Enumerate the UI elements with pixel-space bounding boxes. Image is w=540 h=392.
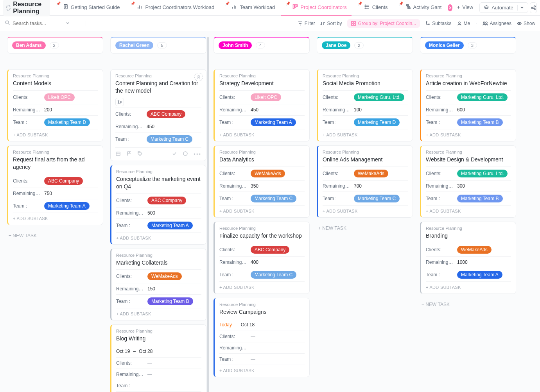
task-card[interactable]: Resource Planning Online Ads Management …: [317, 145, 413, 218]
add-subtask-button[interactable]: + ADD SUBTASK: [116, 232, 201, 243]
tag[interactable]: LikeIt OPC: [44, 93, 75, 101]
tag[interactable]: Marketing Team A: [147, 222, 193, 229]
tag[interactable]: WeMakeAds: [147, 272, 182, 280]
add-subtask-button[interactable]: + ADD SUBTASK: [426, 129, 511, 140]
tab-clients[interactable]: 📌 Clients: [353, 0, 393, 16]
task-card[interactable]: Resource Planning Article creation in We…: [420, 69, 516, 141]
tag[interactable]: ABC Company: [44, 177, 83, 185]
add-subtask-button[interactable]: + ADD SUBTASK: [13, 213, 98, 223]
tab-team workload[interactable]: 📌 Team Workload: [221, 0, 280, 16]
tag[interactable]: Marketing Team C: [251, 195, 296, 202]
assign-user-icon[interactable]: [194, 73, 203, 81]
circle-icon[interactable]: [183, 151, 188, 158]
search-input[interactable]: [13, 20, 63, 26]
tag[interactable]: WeMakeAds: [457, 246, 492, 254]
assignees-button[interactable]: Assignees: [483, 21, 511, 26]
clients-row: Clients:Marketing Guru, Ltd.: [323, 90, 408, 104]
branch-icon[interactable]: [115, 98, 124, 106]
task-card[interactable]: Resource Planning Data Analytics Clients…: [213, 145, 310, 218]
add-subtask-button[interactable]: + ADD SUBTASK: [13, 129, 98, 140]
tag[interactable]: ABC Company: [147, 110, 185, 118]
remaining-row: Remaining ...—: [219, 342, 305, 353]
column-header[interactable]: John Smith 4: [213, 37, 310, 54]
new-task-button[interactable]: + NEW TASK: [7, 229, 103, 242]
automate-button[interactable]: Automate: [479, 2, 528, 13]
more-icon[interactable]: •••: [194, 151, 201, 157]
flag-icon[interactable]: [126, 151, 132, 158]
tag[interactable]: WeMakeAds: [354, 170, 388, 177]
tag[interactable]: Marketing Team D: [354, 118, 400, 126]
tag[interactable]: Marketing Team B: [147, 297, 193, 305]
column-header[interactable]: Ben Adams 2: [7, 37, 103, 54]
pin-icon: 📌: [399, 2, 403, 5]
tag[interactable]: Marketing Team A: [457, 271, 502, 279]
tab-project coordinators workload[interactable]: 📌 Project Coordinators Workload: [126, 0, 219, 16]
chevron-down-icon[interactable]: [66, 21, 70, 26]
tag[interactable]: Marketing Guru, Ltd.: [457, 170, 508, 177]
task-card[interactable]: Resource Planning Strategy Development C…: [213, 69, 310, 141]
subtasks-button[interactable]: Subtasks: [425, 21, 451, 26]
new-task-button[interactable]: + NEW TASK: [420, 298, 516, 311]
task-card[interactable]: Resource Planning Finalize capacity for …: [213, 222, 310, 294]
task-card[interactable]: Resource Planning Blog Writing Oct 19–Oc…: [110, 324, 206, 392]
tag[interactable]: WeMakeAds: [251, 170, 285, 177]
add-subtask-button[interactable]: + ADD SUBTASK: [219, 205, 305, 216]
me-button[interactable]: Me: [457, 21, 470, 26]
search-wrap[interactable]: [5, 20, 79, 27]
sort-button[interactable]: Sort by: [320, 21, 342, 26]
tag[interactable]: Marketing Team A: [251, 118, 296, 126]
tag[interactable]: Marketing Team B: [457, 118, 503, 126]
tag[interactable]: Marketing Team A: [44, 202, 90, 210]
task-card[interactable]: Resource Planning Content Models Clients…: [7, 69, 103, 141]
tag-icon[interactable]: [137, 151, 143, 158]
add-subtask-button[interactable]: + ADD SUBTASK: [219, 281, 305, 292]
task-card[interactable]: Resource Planning Review Campaigns Today…: [213, 298, 310, 377]
add-subtask-button[interactable]: + ADD SUBTASK: [426, 281, 511, 292]
task-card[interactable]: Resource Planning Branding Clients:WeMak…: [420, 222, 516, 294]
svg-point-14: [534, 5, 536, 7]
share-button[interactable]: [530, 2, 537, 13]
column-header[interactable]: Monica Geller 3: [420, 37, 516, 54]
tag[interactable]: Marketing Team C: [354, 195, 400, 202]
column-header[interactable]: Rachel Green 5: [110, 37, 206, 54]
column-header[interactable]: Jane Doe 2: [317, 37, 413, 54]
tab-getting started guide[interactable]: 📌 Getting Started Guide: [52, 0, 125, 16]
tag[interactable]: Marketing Team D: [44, 118, 90, 126]
group-by-button[interactable]: Group by: Project Coordin...: [347, 19, 420, 28]
tag[interactable]: Marketing Guru, Ltd.: [457, 93, 508, 101]
add-subtask-button[interactable]: + ADD SUBTASK: [219, 365, 305, 375]
card-title: Blog Writing: [116, 335, 201, 342]
tag[interactable]: Marketing Team C: [147, 135, 192, 143]
tag[interactable]: Marketing Team C: [251, 271, 296, 279]
card-title: Data Analytics: [219, 156, 305, 163]
new-task-button[interactable]: + NEW TASK: [317, 222, 413, 235]
task-card[interactable]: Resource Planning Content Planning and C…: [110, 69, 206, 161]
task-card[interactable]: Resource Planning Request final arts fro…: [7, 145, 103, 225]
task-card[interactable]: Resource Planning Marketing Collaterals …: [110, 249, 206, 321]
tag[interactable]: ABC Company: [147, 197, 186, 204]
topbar: Resource Planning 📌 Getting Started Guid…: [0, 0, 540, 16]
tag[interactable]: Marketing Team B: [457, 195, 503, 202]
task-card[interactable]: Resource Planning Website Design & Devel…: [420, 145, 516, 218]
add-subtask-button[interactable]: + ADD SUBTASK: [323, 129, 408, 140]
add-subtask-button[interactable]: + ADD SUBTASK: [323, 205, 408, 216]
add-view-button[interactable]: + View: [454, 0, 477, 16]
task-card[interactable]: Resource Planning Social Media Promotion…: [317, 69, 413, 141]
tag[interactable]: ABC Company: [251, 246, 289, 254]
svg-point-25: [486, 22, 487, 23]
tag[interactable]: Marketing Guru, Ltd.: [354, 93, 404, 101]
filter-button[interactable]: Filter: [298, 21, 315, 26]
tab-project coordinators[interactable]: 📌 Project Coordinators: [281, 0, 352, 16]
calendar-icon[interactable]: [115, 151, 121, 158]
add-subtask-button[interactable]: + ADD SUBTASK: [219, 129, 305, 140]
tag[interactable]: LikeIt OPC: [251, 93, 281, 101]
add-subtask-button[interactable]: + ADD SUBTASK: [116, 308, 201, 319]
svg-point-27: [198, 75, 199, 77]
check-icon[interactable]: [172, 151, 177, 158]
tab-activity gant[interactable]: 📌 Activity Gant: [394, 0, 447, 16]
scrollbar[interactable]: [207, 37, 209, 392]
show-button[interactable]: Show: [517, 21, 535, 26]
more-tabs-icon[interactable]: [448, 4, 452, 11]
add-subtask-button[interactable]: + ADD SUBTASK: [426, 205, 511, 216]
task-card[interactable]: Resource Planning Conceptualize the mark…: [110, 165, 206, 245]
